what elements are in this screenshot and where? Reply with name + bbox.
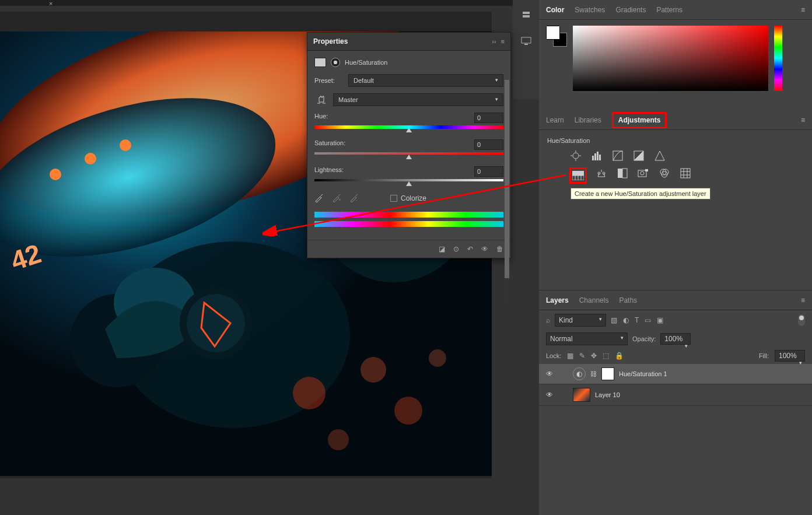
lightness-slider-section: Lightness: xyxy=(314,166,503,185)
view-previous-icon[interactable]: ⊙ xyxy=(453,245,459,253)
fill-value[interactable]: 100% xyxy=(775,350,805,362)
fill-label: Fill: xyxy=(759,352,769,359)
opacity-value[interactable]: 100% xyxy=(660,333,691,345)
layer-row[interactable]: 👁 ◐ ⛓ Hue/Saturation 1 xyxy=(539,364,812,384)
filter-adjustment-icon[interactable]: ◐ xyxy=(623,316,629,324)
visibility-icon[interactable]: 👁 xyxy=(545,370,554,378)
levels-icon[interactable] xyxy=(590,150,603,162)
layer-row[interactable]: 👁 Layer 10 xyxy=(539,384,812,406)
tab-adjustments[interactable]: Adjustments xyxy=(612,112,667,128)
hue-slider[interactable] xyxy=(314,125,503,131)
tab-swatches[interactable]: Swatches xyxy=(575,6,605,14)
properties-footer: ◪ ⊙ ↶ 👁 🗑 xyxy=(307,240,510,258)
mask-thumb[interactable] xyxy=(601,367,614,380)
filter-smart-icon[interactable]: ▣ xyxy=(657,316,663,324)
svg-point-8 xyxy=(293,377,326,409)
spectrum-bars[interactable] xyxy=(314,212,503,227)
panel-scrollbar[interactable] xyxy=(505,80,509,302)
svg-point-11 xyxy=(328,429,349,450)
adjustment-thumb[interactable]: ◐ xyxy=(573,367,586,380)
panel-menu-icon[interactable]: ≡ xyxy=(801,296,805,304)
toggle-visibility-icon[interactable]: 👁 xyxy=(481,245,488,253)
targeted-adjust-icon[interactable] xyxy=(314,93,328,107)
eyedropper-add-icon[interactable]: + xyxy=(332,193,342,204)
filter-shape-icon[interactable]: ▭ xyxy=(645,316,651,324)
colorize-checkbox[interactable]: Colorize xyxy=(390,194,426,202)
lock-label: Lock: xyxy=(546,352,561,359)
tab-libraries[interactable]: Libraries xyxy=(575,116,601,124)
mini-label xyxy=(526,1,527,5)
hue-label: Hue: xyxy=(314,113,328,123)
lock-artboard-icon[interactable]: ⬚ xyxy=(603,352,609,360)
collapsed-panel-strip xyxy=(513,0,539,99)
svg-point-10 xyxy=(394,397,422,425)
opacity-label: Opacity: xyxy=(632,335,656,342)
tab-channels[interactable]: Channels xyxy=(579,296,609,304)
clip-to-layer-icon[interactable]: ◪ xyxy=(439,245,445,253)
tab-color[interactable]: Color xyxy=(546,6,564,14)
lock-image-icon[interactable]: ✎ xyxy=(579,352,585,360)
tab-close-icon[interactable]: × xyxy=(49,0,52,7)
preset-dropdown[interactable]: Default xyxy=(348,74,503,87)
properties-body: Hue/Saturation Preset: Default Master Hu… xyxy=(307,51,510,240)
visibility-icon[interactable]: 👁 xyxy=(545,391,554,399)
device-preview-icon[interactable] xyxy=(520,35,532,47)
fg-bg-swatches[interactable] xyxy=(546,26,567,47)
panel-menu-icon[interactable]: ≡ xyxy=(801,116,805,124)
svg-rect-28 xyxy=(592,156,594,160)
channel-mixer-icon[interactable] xyxy=(658,167,671,179)
layer-thumb[interactable] xyxy=(573,388,590,402)
hue-input[interactable] xyxy=(474,113,503,123)
checkbox-icon[interactable] xyxy=(390,195,397,202)
svg-rect-49 xyxy=(681,169,690,178)
hue-saturation-icon[interactable] xyxy=(569,167,587,184)
hue-slider[interactable] xyxy=(774,26,782,91)
panel-menu-icon[interactable]: ≡ xyxy=(801,6,805,14)
tab-paths[interactable]: Paths xyxy=(619,296,637,304)
history-icon[interactable] xyxy=(520,10,532,22)
tab-layers[interactable]: Layers xyxy=(546,296,569,304)
lightness-input[interactable] xyxy=(474,166,503,177)
layer-name-label[interactable]: Hue/Saturation 1 xyxy=(619,370,667,377)
color-picker-field[interactable] xyxy=(573,26,768,91)
color-lookup-icon[interactable] xyxy=(679,167,692,179)
brightness-contrast-icon[interactable] xyxy=(569,150,582,162)
filter-toggle[interactable] xyxy=(798,314,805,326)
svg-rect-22 xyxy=(524,44,528,45)
eyedropper-subtract-icon[interactable]: - xyxy=(349,193,360,204)
exposure-icon[interactable] xyxy=(632,150,645,162)
curves-icon[interactable] xyxy=(611,150,624,162)
blend-mode-dropdown[interactable]: Normal xyxy=(546,332,628,345)
saturation-input[interactable] xyxy=(474,139,503,150)
reset-icon[interactable]: ↶ xyxy=(467,245,473,253)
vibrance-icon[interactable] xyxy=(653,150,666,162)
lock-transparency-icon[interactable]: ▦ xyxy=(567,352,573,360)
lock-position-icon[interactable]: ✥ xyxy=(591,352,597,360)
mask-link-icon[interactable]: ⛓ xyxy=(590,370,597,377)
adjustments-body: Hue/Saturation xyxy=(539,130,812,197)
black-white-icon[interactable] xyxy=(616,167,629,179)
svg-rect-30 xyxy=(597,152,598,160)
collapse-icon[interactable]: ›› xyxy=(492,38,496,45)
adjustment-name-label: Hue/Saturation xyxy=(547,137,804,144)
fg-color-swatch[interactable] xyxy=(546,26,560,40)
lock-all-icon[interactable]: 🔒 xyxy=(615,352,624,360)
color-balance-icon[interactable] xyxy=(595,167,608,179)
photo-filter-icon[interactable] xyxy=(637,167,650,179)
tab-gradients[interactable]: Gradients xyxy=(615,6,646,14)
saturation-slider[interactable] xyxy=(314,152,503,158)
panel-menu-icon[interactable]: ≡ xyxy=(501,38,505,45)
delete-icon[interactable]: 🗑 xyxy=(496,245,503,253)
lightness-slider[interactable] xyxy=(314,179,503,185)
layer-name-label[interactable]: Layer 10 xyxy=(595,391,620,398)
color-range-dropdown[interactable]: Master xyxy=(333,93,503,106)
mask-mode-icon[interactable] xyxy=(331,58,340,67)
filter-pixel-icon[interactable]: ▧ xyxy=(611,316,617,324)
eyedropper-icon[interactable] xyxy=(314,193,325,204)
properties-header[interactable]: Properties ›› ≡ xyxy=(307,33,510,51)
filter-kind-dropdown[interactable]: Kind xyxy=(555,314,606,327)
tab-learn[interactable]: Learn xyxy=(546,116,564,124)
svg-text:-: - xyxy=(356,197,358,202)
tab-patterns[interactable]: Patterns xyxy=(656,6,682,14)
filter-type-icon[interactable]: T xyxy=(635,316,639,324)
